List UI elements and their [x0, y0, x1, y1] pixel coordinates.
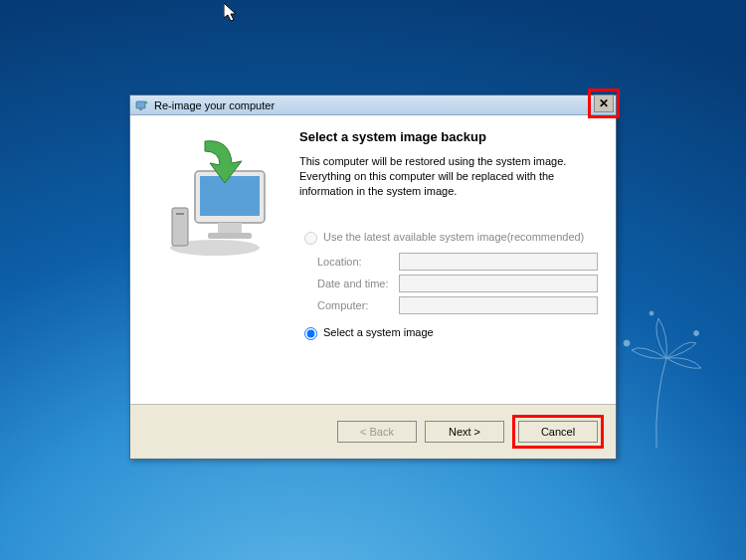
radio-use-latest-input	[304, 232, 317, 245]
svg-point-1	[694, 331, 699, 336]
datetime-input	[399, 275, 598, 292]
app-icon	[134, 97, 150, 113]
page-heading: Select a system image backup	[299, 129, 598, 144]
close-icon: ✕	[599, 96, 609, 110]
mouse-cursor	[224, 3, 240, 25]
cancel-highlight-box: Cancel	[512, 415, 604, 449]
svg-rect-9	[200, 176, 260, 216]
back-button: < Back	[337, 421, 417, 443]
computer-label: Computer:	[317, 299, 399, 311]
svg-rect-7	[176, 213, 184, 215]
svg-rect-11	[208, 233, 252, 239]
restore-graphic-icon	[150, 133, 280, 263]
computer-input	[399, 296, 598, 314]
radio-use-latest-label: Use the latest available system image(re…	[323, 231, 584, 243]
window-title: Re-image your computer	[154, 99, 588, 111]
location-input	[399, 253, 598, 271]
svg-rect-4	[139, 108, 142, 110]
close-highlight-box: ✕	[588, 89, 620, 118]
svg-point-2	[650, 311, 653, 315]
radio-select-image-input[interactable]	[304, 327, 317, 340]
svg-rect-10	[218, 223, 242, 233]
svg-rect-3	[136, 101, 145, 108]
radio-select-image-label: Select a system image	[323, 326, 434, 338]
field-computer: Computer:	[317, 296, 598, 314]
wizard-button-bar: < Back Next > Cancel	[130, 404, 616, 459]
close-button[interactable]: ✕	[594, 94, 614, 112]
wizard-content-pane: Select a system image backup This comput…	[299, 115, 616, 404]
wizard-graphic-pane	[130, 115, 299, 404]
cancel-button[interactable]: Cancel	[518, 421, 598, 443]
dialog-body: Select a system image backup This comput…	[130, 115, 616, 404]
location-label: Location:	[317, 256, 399, 268]
next-button[interactable]: Next >	[425, 421, 504, 443]
datetime-label: Date and time:	[317, 278, 399, 289]
reimage-wizard-dialog: Re-image your computer ✕ Select a system…	[129, 94, 617, 460]
field-location: Location:	[317, 253, 598, 271]
radio-use-latest[interactable]: Use the latest available system image(re…	[299, 229, 598, 245]
field-datetime: Date and time:	[317, 275, 598, 292]
svg-point-0	[624, 340, 630, 346]
titlebar: Re-image your computer ✕	[130, 95, 616, 115]
page-description: This computer will be restored using the…	[299, 154, 598, 199]
latest-image-details: Location: Date and time: Computer:	[299, 253, 598, 314]
radio-select-image[interactable]: Select a system image	[299, 324, 598, 340]
